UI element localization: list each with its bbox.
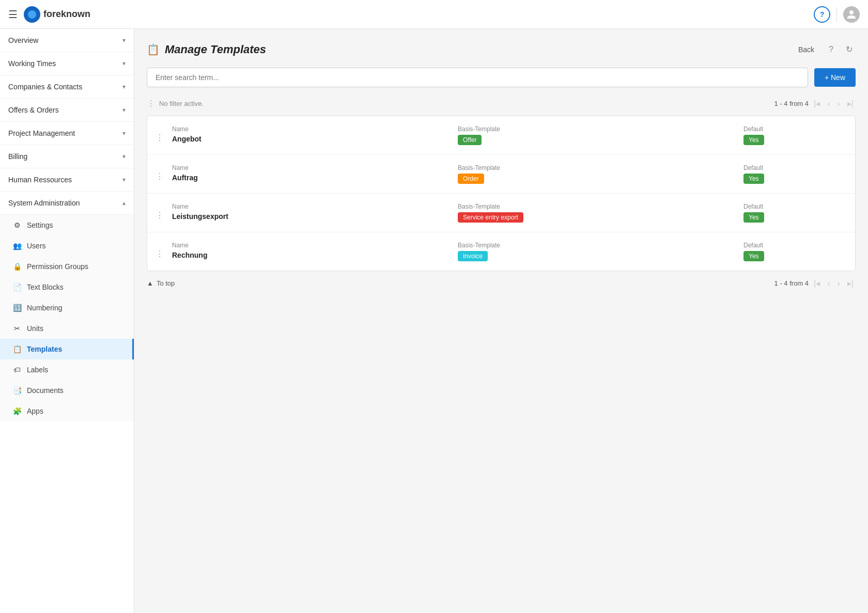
templates-table: ⋮ Name Angebot Basis-Template Offer Defa… — [147, 116, 856, 271]
page-title-icon: 📋 — [147, 43, 160, 56]
chevron-up-icon: ▴ — [122, 199, 126, 207]
col-basis-4: Basis-Template Invoice — [458, 242, 743, 261]
help-page-button[interactable]: ? — [826, 42, 836, 57]
filter-options-icon[interactable]: ⋮ — [147, 99, 155, 108]
sidebar-item-templates[interactable]: 📋 Templates — [0, 339, 134, 359]
page-title-area: 📋 Manage Templates — [147, 43, 266, 56]
to-top-button[interactable]: ▲ To top — [147, 279, 175, 287]
basis-badge-2: Order — [458, 174, 484, 184]
prev-page-button[interactable]: ‹ — [825, 98, 832, 109]
sidebar-item-settings[interactable]: ⚙ Settings — [0, 215, 134, 235]
prev-page-button-bottom[interactable]: ‹ — [825, 278, 832, 289]
bottom-bar: ▲ To top 1 - 4 from 4 |◂ ‹ › ▸| — [147, 271, 856, 295]
avatar-icon — [846, 9, 857, 20]
basis-badge-3: Service entry export — [458, 212, 523, 223]
pagination-text-bottom: 1 - 4 from 4 — [774, 279, 809, 287]
page-header: 📋 Manage Templates Back ? ↻ — [147, 41, 856, 57]
col-name-2: Name Auftrag — [172, 164, 458, 184]
logo-icon — [24, 6, 40, 23]
chevron-down-icon: ▾ — [122, 153, 126, 160]
row-menu-icon[interactable]: ⋮ — [156, 203, 164, 220]
refresh-button[interactable]: ↻ — [843, 41, 856, 57]
back-button[interactable]: Back — [793, 42, 819, 57]
search-input[interactable] — [147, 68, 808, 87]
sidebar-item-working-times[interactable]: Working Times ▾ — [0, 52, 134, 75]
sidebar-item-project-management[interactable]: Project Management ▾ — [0, 122, 134, 145]
col-name-4: Name Rechnung — [172, 242, 458, 261]
template-name-3: Leistungsexport — [172, 212, 458, 221]
sidebar-item-permission-groups[interactable]: 🔒 Permission Groups — [0, 256, 134, 277]
sidebar-item-apps[interactable]: 🧩 Apps — [0, 401, 134, 421]
sidebar-item-overview[interactable]: Overview ▾ — [0, 29, 134, 52]
default-badge-1: Yes — [743, 135, 764, 145]
arrow-up-icon: ▲ — [147, 279, 153, 287]
help-button[interactable]: ? — [814, 6, 830, 23]
sidebar-item-offers-orders[interactable]: Offers & Orders ▾ — [0, 99, 134, 122]
sidebar-sub-label-numbering: Numbering — [27, 304, 62, 312]
chevron-down-icon: ▾ — [122, 130, 126, 137]
table-row: ⋮ Name Rechnung Basis-Template Invoice D… — [147, 232, 855, 271]
sidebar-sub-label-apps: Apps — [27, 407, 43, 415]
app-logo: foreknown — [24, 6, 90, 23]
sidebar-item-companies-contacts[interactable]: Companies & Contacts ▾ — [0, 75, 134, 99]
numbering-icon: 🔢 — [12, 303, 22, 312]
default-badge-2: Yes — [743, 174, 764, 184]
labels-icon: 🏷 — [12, 365, 22, 374]
app-name: foreknown — [43, 9, 90, 20]
template-name-1: Angebot — [172, 135, 458, 143]
sidebar-sub-label-text-blocks: Text Blocks — [27, 283, 64, 291]
col-default-3: Default Yes — [743, 203, 847, 223]
next-page-button-bottom[interactable]: › — [835, 278, 842, 289]
row-menu-icon[interactable]: ⋮ — [156, 125, 164, 143]
sidebar-item-system-administration[interactable]: System Administration ▴ — [0, 192, 134, 215]
user-avatar[interactable] — [843, 6, 860, 23]
settings-icon: ⚙ — [12, 221, 22, 230]
sidebar: Overview ▾ Working Times ▾ Companies & C… — [0, 29, 134, 613]
search-row: + New — [147, 68, 856, 87]
table-row: ⋮ Name Angebot Basis-Template Offer Defa… — [147, 116, 855, 155]
template-name-2: Auftrag — [172, 174, 458, 182]
last-page-button[interactable]: ▸| — [845, 98, 856, 109]
apps-icon: 🧩 — [12, 406, 22, 416]
chevron-down-icon: ▾ — [122, 60, 126, 67]
row-menu-icon[interactable]: ⋮ — [156, 164, 164, 181]
help-label: ? — [820, 10, 825, 19]
topbar: ☰ foreknown ? — [0, 0, 868, 29]
next-page-button[interactable]: › — [835, 98, 842, 109]
template-name-4: Rechnung — [172, 251, 458, 259]
basis-badge-4: Invoice — [458, 251, 488, 261]
units-icon: ✂ — [12, 324, 22, 333]
to-top-label: To top — [157, 279, 175, 287]
sidebar-item-human-ressources[interactable]: Human Ressources ▾ — [0, 168, 134, 192]
layout: Overview ▾ Working Times ▾ Companies & C… — [0, 29, 868, 613]
sidebar-item-billing[interactable]: Billing ▾ — [0, 145, 134, 168]
lock-icon: 🔒 — [12, 262, 22, 271]
sidebar-sub-label-users: Users — [27, 242, 46, 250]
basis-badge-1: Offer — [458, 135, 482, 145]
sidebar-sub-label-documents: Documents — [27, 386, 64, 395]
table-row: ⋮ Name Leistungsexport Basis-Template Se… — [147, 194, 855, 232]
last-page-button-bottom[interactable]: ▸| — [845, 277, 856, 289]
sidebar-item-users[interactable]: 👥 Users — [0, 235, 134, 256]
sidebar-item-documents[interactable]: 📑 Documents — [0, 380, 134, 401]
filter-bar-left: ⋮ No filter active. — [147, 99, 204, 108]
new-button[interactable]: + New — [814, 68, 856, 87]
pagination-text-top: 1 - 4 from 4 — [774, 100, 809, 107]
first-page-button-bottom[interactable]: |◂ — [812, 277, 822, 289]
users-icon: 👥 — [12, 241, 22, 250]
menu-hamburger-icon[interactable]: ☰ — [8, 8, 18, 21]
filter-bar: ⋮ No filter active. 1 - 4 from 4 |◂ ‹ › … — [147, 93, 856, 114]
col-name-3: Name Leistungsexport — [172, 203, 458, 223]
col-basis-2: Basis-Template Order — [458, 164, 743, 184]
sidebar-item-text-blocks[interactable]: 📄 Text Blocks — [0, 277, 134, 297]
col-basis-3: Basis-Template Service entry export — [458, 203, 743, 223]
first-page-button[interactable]: |◂ — [812, 98, 822, 109]
sidebar-item-labels[interactable]: 🏷 Labels — [0, 359, 134, 380]
chevron-down-icon: ▾ — [122, 83, 126, 90]
sidebar-item-numbering[interactable]: 🔢 Numbering — [0, 297, 134, 318]
col-basis-1: Basis-Template Offer — [458, 125, 743, 145]
sidebar-sub-system: ⚙ Settings 👥 Users 🔒 Permission Groups 📄… — [0, 215, 134, 421]
page-title: Manage Templates — [165, 43, 266, 56]
row-menu-icon[interactable]: ⋮ — [156, 242, 164, 259]
sidebar-item-units[interactable]: ✂ Units — [0, 318, 134, 339]
